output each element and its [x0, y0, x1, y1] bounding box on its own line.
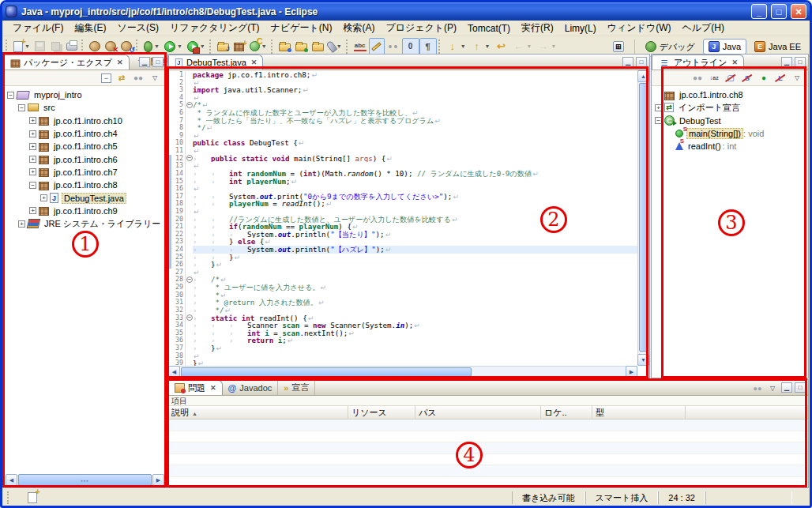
code-line-21[interactable]: 21››if(randomNum == playerNum) {↵ — [168, 223, 637, 231]
code-line-7[interactable]: 7 * 一致したら「当たり」、不一致なら「ハズレ」と表示するプログラム↵ — [168, 117, 637, 125]
code-line-16[interactable]: 16↵ — [168, 185, 637, 193]
code-line-5[interactable]: 5−/*↵ — [168, 101, 637, 109]
close-tab-icon[interactable]: ✕ — [209, 384, 216, 392]
debug-dropdown-icon[interactable]: ▼ — [154, 43, 160, 49]
perspective-debug[interactable]: デバッグ — [640, 39, 701, 55]
code-line-9[interactable]: 9↵ — [168, 132, 637, 140]
code-line-4[interactable]: 4↵ — [168, 94, 637, 102]
code-line-35[interactable]: 35›››int i = scan.nextInt();↵ — [168, 329, 637, 337]
close-tab-icon[interactable]: ✕ — [250, 58, 258, 66]
tab-debugtest-java[interactable]: J DebugTest.java ✕ — [168, 55, 263, 70]
code-line-26[interactable]: 26›}↵ — [168, 261, 637, 269]
collapse-icon[interactable]: − — [7, 92, 14, 99]
previous-annotation-dropdown-icon[interactable]: ▼ — [485, 43, 491, 49]
tomcat-stop-button[interactable] — [103, 38, 118, 55]
code-line-23[interactable]: 23››} else {↵ — [168, 238, 637, 246]
pexp-item-2[interactable]: +jp.co.f1.intro.ch10 — [4, 115, 166, 127]
minimize-view-icon[interactable]: ▁ — [139, 57, 150, 67]
open-perspective-button[interactable]: ⊞ — [607, 39, 630, 55]
code-line-30[interactable]: 30› *↵ — [168, 292, 637, 299]
menu-item-8[interactable]: 実行(R) — [516, 20, 559, 36]
fold-collapse-icon[interactable]: − — [186, 155, 193, 161]
code-line-18[interactable]: 18››playerNum = readInt();↵ — [168, 200, 637, 208]
next-annotation-button[interactable]: ▼ — [444, 38, 468, 55]
collapse-all-icon[interactable]: − — [101, 73, 111, 83]
view-menu-icon[interactable]: ▽ — [791, 72, 803, 84]
pexp-item-10[interactable]: +JRE システム・ライブラリー[J2SE-1.5] — [4, 217, 166, 230]
code-line-37[interactable]: 37›}↵ — [168, 344, 637, 352]
expand-icon[interactable]: + — [655, 104, 662, 111]
code-line-19[interactable]: 19↵ — [168, 208, 637, 216]
hide-local-types-icon[interactable]: L — [774, 72, 787, 84]
zero-toggle-button[interactable] — [402, 38, 419, 55]
title-bar[interactable]: Java - myproj_intro/src/jp/co/f1/intro/c… — [2, 2, 810, 21]
new-package-button[interactable] — [231, 38, 247, 55]
next-annotation-dropdown-icon[interactable]: ▼ — [461, 43, 466, 49]
pexp-item-1[interactable]: −src — [4, 101, 166, 114]
code-line-24[interactable]: 24›››System.out.println("【ハズレ】");↵ — [168, 246, 637, 254]
maximize-view-icon[interactable]: □ — [795, 382, 806, 393]
column-header-3[interactable]: ロケ.. — [541, 406, 592, 419]
menu-item-11[interactable]: ヘルプ(H) — [677, 20, 731, 36]
pexp-item-3[interactable]: +jp.co.f1.intro.ch4 — [4, 127, 166, 140]
code-line-32[interactable]: 32› */↵ — [168, 307, 637, 314]
collapse-icon[interactable]: − — [655, 117, 662, 124]
expand-icon[interactable]: + — [18, 220, 25, 228]
menu-item-2[interactable]: ソース(S) — [111, 20, 164, 36]
hide-fields-icon[interactable]: ▢ — [724, 72, 737, 84]
perspective-javaee[interactable]: EJava EE — [749, 39, 806, 55]
code-line-1[interactable]: 1package jp.co.f1.intro.ch8;↵ — [168, 71, 637, 79]
debug-button[interactable]: ▼ — [141, 38, 162, 55]
code-line-13[interactable]: 13↵ — [168, 162, 637, 170]
pexp-item-8[interactable]: +JDebugTest.java — [4, 191, 166, 204]
scroll-thumb[interactable]: ▪▪▪ — [18, 474, 152, 486]
highlight-pen-button[interactable] — [369, 38, 385, 55]
code-line-10[interactable]: 10public class DebugTest {↵ — [168, 139, 637, 147]
code-line-6[interactable]: 6 * ランダムに作成した数字とユーザーが入力した数字を比較し、↵ — [168, 109, 637, 117]
view-menu-icon[interactable]: ▽ — [148, 72, 161, 84]
previous-annotation-button[interactable]: ▼ — [468, 38, 493, 55]
pexp-item-4[interactable]: +jp.co.f1.intro.ch5 — [4, 140, 166, 152]
tomcat-start-button[interactable] — [87, 38, 103, 55]
code-line-39[interactable]: 39}↵ — [168, 359, 637, 366]
close-tab-icon[interactable]: ✕ — [731, 58, 739, 66]
open-resource-button[interactable] — [293, 38, 310, 55]
scroll-thumb[interactable] — [181, 367, 472, 377]
run-dropdown-icon[interactable]: ▼ — [177, 43, 182, 49]
scroll-left-icon[interactable]: ◀ — [168, 366, 180, 378]
print-button[interactable] — [64, 38, 80, 55]
spell-check-button[interactable] — [351, 38, 369, 55]
run-external-tools-button[interactable]: ▼ — [185, 38, 208, 55]
scroll-up-icon[interactable]: ▲ — [637, 70, 649, 82]
expand-icon[interactable]: + — [29, 143, 36, 150]
collapse-icon[interactable]: − — [29, 182, 36, 189]
link-with-editor-icon[interactable]: ⇄ — [115, 72, 128, 84]
outline-item-1[interactable]: +⇄インポート宣言 — [652, 101, 808, 114]
code-line-38[interactable]: 38↵ — [168, 352, 637, 360]
collapse-icon[interactable]: − — [18, 104, 25, 111]
column-header-1[interactable]: リソース — [348, 406, 415, 419]
pexp-item-7[interactable]: −jp.co.f1.intro.ch8 — [4, 179, 166, 191]
outline-item-3[interactable]: main(String[]) : void — [652, 127, 808, 140]
menu-item-10[interactable]: ウィンドウ(W) — [602, 20, 677, 36]
code-area[interactable]: 1package jp.co.f1.intro.ch8;↵2↵3import j… — [168, 71, 637, 366]
tab-outline[interactable]: ☰ アウトライン ✕ — [652, 55, 744, 70]
column-header-0[interactable]: 説明▲ — [168, 406, 348, 419]
new-class-button[interactable]: ▼ — [247, 38, 269, 55]
code-line-15[interactable]: 15››int playerNum;↵ — [168, 178, 637, 186]
last-edit-location-button[interactable] — [493, 38, 510, 55]
code-line-34[interactable]: 34›››Scanner scan = new Scanner(System.i… — [168, 322, 637, 329]
expand-icon[interactable]: + — [29, 156, 36, 163]
view-menu-dots-icon[interactable]: ●● — [751, 382, 764, 394]
new-java-project-button[interactable] — [215, 38, 231, 55]
sort-icon[interactable]: ↓az — [708, 72, 720, 84]
column-header-4[interactable]: 型 — [592, 406, 686, 419]
outline-item-2[interactable]: −CDebugTest — [652, 115, 808, 127]
expand-icon[interactable]: + — [40, 194, 47, 201]
fold-collapse-icon[interactable]: − — [186, 102, 193, 108]
mark-occurrences-button[interactable] — [385, 38, 402, 55]
code-line-20[interactable]: 20››//ランダムに生成した数値と、ユーザーが入力した数値を比較する↵ — [168, 216, 637, 224]
code-line-27[interactable]: 27↵ — [168, 269, 637, 277]
expand-icon[interactable]: + — [29, 168, 36, 175]
code-line-28[interactable]: 28−›/*↵ — [168, 276, 637, 284]
